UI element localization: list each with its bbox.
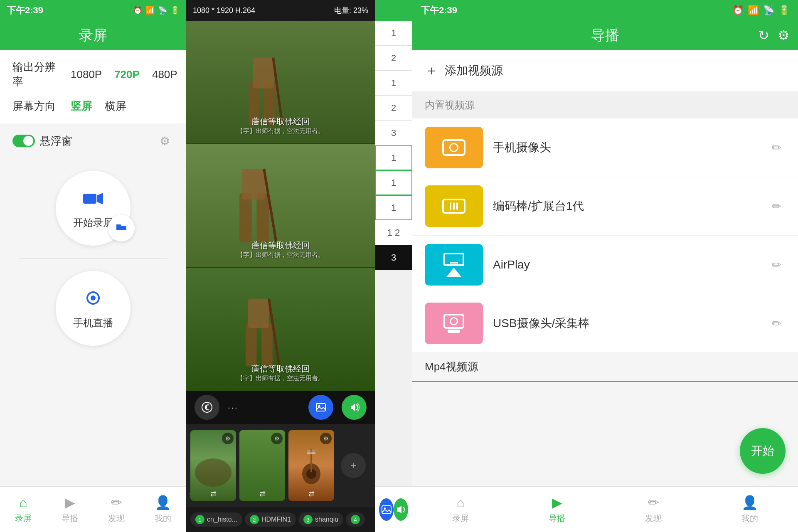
usb-thumb [425,303,483,344]
encoder-line-1 [450,202,451,210]
daobo-nav-discover-icon: ✏ [648,495,659,510]
airplay-triangle-icon [446,268,461,277]
builtin-section-label: 内置视频源 [425,99,475,111]
thumb-2[interactable]: ⚙ ⇄ [239,430,285,501]
resolution-row: 输出分辨率 1080P 720P 480P [12,60,174,89]
start-btn[interactable]: 开始 [740,428,786,474]
start-btn-label: 开始 [751,443,774,459]
daobo-settings-btn[interactable]: ⚙ [778,27,790,43]
usb-name: USB摄像头/采集棒 [493,315,758,331]
floating-settings-btn[interactable]: ⚙ [155,132,174,150]
start-record-btn[interactable]: 开始录屏 [56,171,131,246]
encoder-thumb [425,185,483,227]
encoder-lines [450,202,458,210]
source-encoder[interactable]: 编码棒/扩展台1代 ✏ [412,177,798,236]
tl-image-btn[interactable] [379,498,394,521]
svg-point-3 [91,296,96,300]
svg-point-30 [384,507,386,509]
nav-luping[interactable]: ⌂ 录屏 [0,495,47,524]
airplay-edit-btn[interactable]: ✏ [768,254,786,276]
encoder-edit-btn[interactable]: ✏ [768,195,786,217]
more-options[interactable]: ··· [228,403,239,412]
nav-daobo[interactable]: ▶ 导播 [47,495,93,524]
daobo-nav-play-icon: ▶ [552,495,562,510]
video-caption-3: 蓎信等取佛经回 【字】出师有据，空法无用者。 [237,363,324,382]
luping-header: 录屏 [0,21,186,50]
thumb-2-swap[interactable]: ⇄ [259,489,266,498]
add-thumb-btn[interactable]: + [341,453,366,478]
discover-icon: ✏ [111,495,122,510]
floating-toggle[interactable] [12,135,35,147]
tab-2[interactable]: 2 HDMFIN1 [245,512,296,527]
nav-discover[interactable]: ✏ 发现 [93,495,140,524]
timeline-bottom [375,486,412,532]
refresh-btn[interactable]: ↻ [758,27,769,43]
phone-live-label: 手机直播 [73,316,113,330]
nav-mine-label: 我的 [155,513,171,524]
usb-edit-btn[interactable]: ✏ [768,313,786,335]
daobo-nav-mine[interactable]: 👤 我的 [702,495,798,524]
daobo-nav-luping[interactable]: ⌂ 录屏 [412,495,509,524]
nav-luping-label: 录屏 [15,513,32,524]
source-camera[interactable]: 手机摄像头 ✏ [412,118,798,177]
folder-btn[interactable] [108,215,135,241]
camera-thumb [425,127,483,168]
thumb-1-settings[interactable]: ⚙ [222,433,234,444]
tab-4[interactable]: 4 [346,512,365,527]
airplay-thumb-icon [443,253,464,277]
tab-3[interactable]: 3 shanqiu [298,512,343,527]
signal-icon: 📶 [145,6,155,15]
editor-panel: 1080 * 1920 H.264 电量: 23% [186,0,375,532]
video-camera-icon [82,187,104,212]
resolution-1080p[interactable]: 1080P [71,68,102,81]
home-icon: ⌂ [19,495,27,510]
orientation-portrait[interactable]: 竖屏 [71,99,92,113]
mp4-label: Mp4视频源 [425,360,478,373]
tl-cell-4[interactable]: 2 [375,96,412,121]
source-airplay[interactable]: AirPlay ✏ [412,236,798,294]
tl-cell-7[interactable]: 1 [375,170,412,195]
source-usb[interactable]: USB摄像头/采集棒 ✏ [412,294,798,353]
tl-cell-10[interactable]: 3 [375,245,412,270]
thumb-2-settings[interactable]: ⚙ [271,433,283,444]
phone-live-btn[interactable]: 手机直播 [56,271,131,346]
encoder-line-2 [453,202,455,210]
image-btn[interactable] [308,395,333,420]
daobo-nav-daobo[interactable]: ▶ 导播 [509,495,605,524]
resolution-label: 输出分辨率 [12,60,58,89]
airplay-monitor-icon [443,253,464,266]
thumb-3[interactable]: ⚙ ⇄ [288,430,334,501]
tl-cell-2[interactable]: 2 [375,46,412,71]
thumb-3-settings[interactable]: ⚙ [320,433,332,444]
usb-thumb-icon [443,314,464,333]
back-btn[interactable] [195,395,219,420]
tl-cell-3[interactable]: 1 [375,71,412,96]
thumb-1-swap[interactable]: ⇄ [210,489,217,498]
nav-mine[interactable]: 👤 我的 [140,495,186,524]
tl-cell-5[interactable]: 3 [375,121,412,145]
svg-rect-10 [239,193,252,242]
tl-cell-9[interactable]: 1 2 [375,220,412,245]
tl-cell-1[interactable]: 1 [375,21,412,46]
camera-icon [82,287,104,312]
resolution-720p[interactable]: 720P [114,68,140,81]
luping-panel: 下午2:39 ⏰ 📶 📡 🔋 录屏 输出分辨率 1080P 720P 480P … [0,0,186,532]
tab-1[interactable]: 1 cn_histo... [190,512,242,527]
video-sub-text-3: 【字】出师有据，空法无用者。 [237,374,324,382]
start-record-label: 开始录屏 [73,216,113,229]
tl-cell-6[interactable]: 1 [375,145,412,170]
thumb-1[interactable]: ⚙ ⇄ [190,430,236,501]
orientation-landscape[interactable]: 横屏 [105,99,126,113]
resolution-480p[interactable]: 480P [152,68,177,81]
tl-sound-btn[interactable] [394,498,408,521]
add-source-row[interactable]: ＋ 添加视频源 [412,50,798,92]
user-icon: 👤 [155,495,171,510]
tl-cell-8[interactable]: 1 [375,195,412,220]
camera-edit-btn[interactable]: ✏ [768,137,786,159]
daobo-content: ＋ 添加视频源 内置视频源 手机摄像头 ✏ [412,50,798,486]
daobo-nav-daobo-label: 导播 [549,513,565,524]
sound-btn[interactable] [342,395,367,420]
alarm-icon: ⏰ [133,6,142,15]
thumb-3-swap[interactable]: ⇄ [308,489,315,498]
daobo-nav-discover[interactable]: ✏ 发现 [605,495,702,524]
